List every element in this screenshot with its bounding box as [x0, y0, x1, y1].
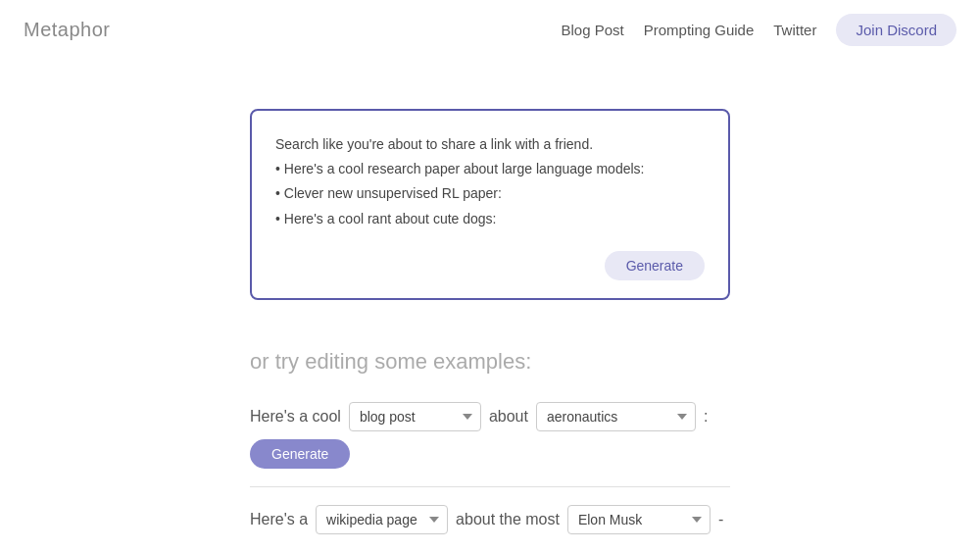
search-line-1: Search like you're about to share a link… [275, 132, 705, 157]
divider-1 [250, 486, 730, 487]
example1-generate-button[interactable]: Generate [250, 439, 350, 469]
example1-prefix: Here's a cool [250, 408, 341, 426]
search-line-4: • Here's a cool rant about cute dogs: [275, 207, 705, 231]
example2-suffix: - [718, 511, 723, 528]
examples-section: or try editing some examples: Here's a c… [250, 349, 730, 552]
search-generate-button[interactable]: Generate [605, 251, 705, 280]
search-line-3: • Clever new unsupervised RL paper: [275, 181, 705, 206]
search-line-2: • Here's a cool research paper about lar… [275, 157, 705, 181]
example2-type-select[interactable]: wikipedia page blog post research paper … [316, 505, 448, 534]
nav: Blog Post Prompting Guide Twitter Join D… [562, 14, 957, 46]
logo: Metaphor [24, 19, 111, 41]
example2-topic-select[interactable]: Elon Musk influential person famous scie… [567, 505, 710, 534]
example2-middle: about the most [456, 511, 560, 528]
example-row-2: Here's a wikipedia page blog post resear… [250, 505, 730, 534]
search-box[interactable]: Search like you're about to share a link… [250, 109, 730, 300]
search-box-text: Search like you're about to share a link… [275, 132, 705, 231]
main-content: Search like you're about to share a link… [0, 60, 980, 552]
nav-prompting-guide[interactable]: Prompting Guide [644, 22, 755, 38]
nav-blog-post[interactable]: Blog Post [562, 22, 624, 38]
example1-suffix: : [704, 408, 708, 426]
example1-topic-select[interactable]: aeronautics machine learning cute dogs q… [536, 402, 696, 431]
header: Metaphor Blog Post Prompting Guide Twitt… [0, 0, 980, 60]
example1-type-select[interactable]: blog post research paper wikipedia page … [349, 402, 481, 431]
nav-twitter[interactable]: Twitter [773, 22, 816, 38]
example1-middle: about [489, 408, 528, 426]
examples-title: or try editing some examples: [250, 349, 730, 375]
example-row-1: Here's a cool blog post research paper w… [250, 402, 730, 469]
join-discord-button[interactable]: Join Discord [836, 14, 956, 46]
example2-prefix: Here's a [250, 511, 308, 528]
